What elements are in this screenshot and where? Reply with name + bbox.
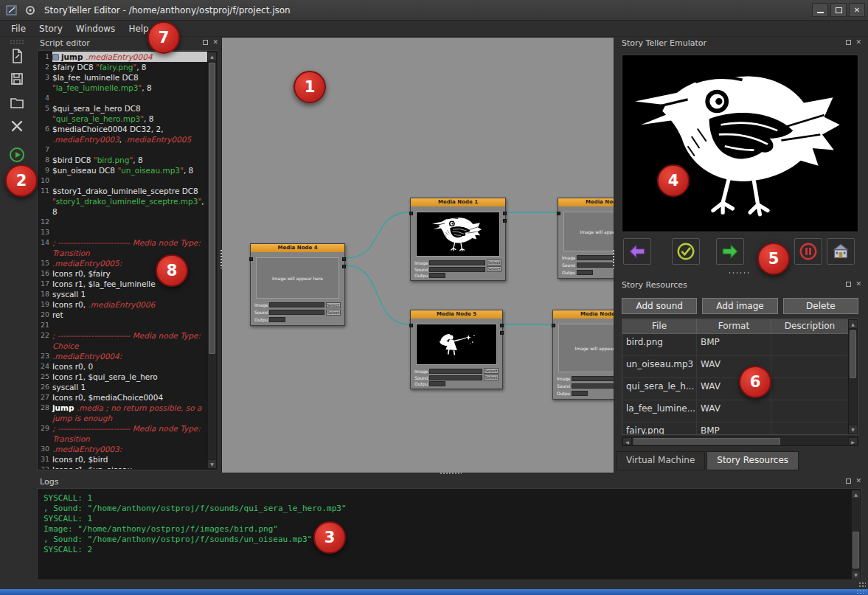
script-line[interactable]: 1jump .mediaEntry0004 [38, 52, 207, 62]
dock-close-icon[interactable]: ✕ [212, 39, 218, 46]
script-line[interactable]: 2$fairy DC8 "fairy.png", 8 [38, 62, 207, 72]
undock-icon[interactable] [846, 479, 851, 484]
cut-button[interactable] [9, 118, 25, 134]
output-port[interactable] [500, 324, 504, 327]
input-port[interactable] [249, 257, 253, 261]
output-port[interactable] [503, 219, 507, 223]
menu-file[interactable]: File [4, 22, 32, 35]
scroll-left-arrow[interactable]: ◀ [622, 437, 632, 445]
script-line[interactable]: 9$un_oiseau DC8 "un_oiseau.mp3", 8 [38, 165, 207, 175]
title-bar[interactable]: StoryTeller Editor - /home/anthony/ostpr… [0, 0, 868, 21]
scroll-up-arrow[interactable]: ▲ [849, 320, 857, 329]
dock-close-icon[interactable]: ✕ [855, 39, 861, 46]
script-line[interactable]: 6$mediaChoice0004 DC32, 2, .mediaEntry00… [38, 124, 207, 145]
script-line[interactable]: 4 [38, 93, 207, 103]
next-button[interactable] [716, 238, 744, 265]
script-line[interactable]: 5$qui_sera_le_hero DC8 "qui_sera_le_hero… [38, 103, 207, 124]
add-image-button[interactable]: Add image [702, 298, 777, 314]
script-line[interactable]: 8$bird DC8 "bird.png", 8 [38, 155, 207, 165]
scrollbar-thumb[interactable] [633, 438, 780, 445]
script-line[interactable]: 21 [38, 320, 207, 330]
node-title[interactable]: Media Node 2 [558, 198, 614, 206]
menu-windows[interactable]: Windows [69, 22, 122, 35]
table-row[interactable]: fairy.pngBMP [622, 422, 858, 434]
script-line[interactable]: 29; -------------------------- Media nod… [38, 423, 207, 444]
output-port[interactable] [500, 331, 504, 335]
splitter-handle[interactable] [440, 472, 462, 476]
minimize-button[interactable] [812, 3, 828, 17]
script-line[interactable]: 12 [38, 217, 207, 227]
home-button[interactable] [827, 238, 855, 265]
editor-scrollbar[interactable]: ▲ ▼ [207, 52, 217, 469]
output-port[interactable] [342, 257, 346, 261]
graph-node[interactable]: Media Node 1ImageSelectSoundSelectOutput [410, 198, 506, 281]
input-port[interactable] [409, 212, 413, 215]
output-port[interactable] [503, 212, 507, 215]
resize-grip[interactable] [858, 582, 866, 588]
script-line[interactable]: 23.mediaEntry0004: [38, 351, 207, 361]
script-line[interactable]: 20ret [38, 310, 207, 320]
scroll-down-arrow[interactable]: ▼ [852, 570, 860, 579]
input-port[interactable] [557, 212, 560, 215]
column-header-file[interactable]: File [622, 319, 697, 333]
scroll-down-arrow[interactable]: ▼ [849, 425, 857, 434]
maximize-button[interactable] [830, 3, 847, 17]
undock-icon[interactable] [846, 282, 851, 287]
undock-icon[interactable] [846, 40, 851, 45]
script-line[interactable]: 19Icons r0, .mediaEntry0006 [38, 299, 207, 310]
logs-scrollbar[interactable]: ▲ ▼ [851, 490, 861, 580]
node-title[interactable]: Media Node 3 [553, 310, 614, 319]
previous-button[interactable] [623, 238, 651, 265]
table-row[interactable]: la_fee_lumine...WAV [622, 400, 858, 422]
input-port[interactable] [409, 324, 413, 327]
select-image-button[interactable]: Select [326, 302, 341, 308]
add-sound-button[interactable]: Add sound [622, 298, 697, 314]
script-line[interactable]: 7 [38, 145, 207, 155]
script-line[interactable]: 22; -------------------------- Media nod… [38, 330, 207, 351]
dock-close-icon[interactable]: ✕ [855, 281, 861, 288]
close-button[interactable]: ✕ [849, 3, 865, 17]
resize-grip[interactable] [856, 590, 867, 594]
select-sound-button[interactable]: Select [487, 266, 501, 272]
script-line[interactable]: 31Icons r0, $bird [38, 454, 207, 464]
output-port[interactable] [342, 265, 346, 268]
table-scrollbar[interactable]: ▲ ▼ [848, 319, 858, 434]
column-header-description[interactable]: Description [771, 319, 848, 333]
save-button[interactable] [9, 71, 25, 87]
select-image-button[interactable]: Select [484, 368, 499, 374]
select-sound-button[interactable]: Select [484, 375, 499, 380]
column-header-format[interactable]: Format [697, 319, 771, 333]
graph-node[interactable]: Media Node 3Image will appear hereImageS… [552, 310, 614, 400]
select-image-button[interactable]: Select [487, 260, 501, 265]
validate-button[interactable] [672, 238, 700, 265]
tab-story-resources[interactable]: Story Resources [706, 451, 799, 470]
scrollbar-thumb[interactable] [853, 532, 859, 568]
node-title[interactable]: Media Node 1 [411, 198, 505, 206]
script-line[interactable]: 26syscall 1 [38, 382, 207, 392]
input-port[interactable] [552, 324, 555, 327]
script-line[interactable]: 25Icons r1, $qui_sera_le_hero [38, 372, 207, 382]
scrollbar-thumb[interactable] [850, 330, 856, 378]
script-line[interactable]: 18syscall 1 [38, 289, 207, 299]
menu-story[interactable]: Story [32, 22, 69, 35]
delete-button[interactable]: Delete [783, 298, 858, 314]
script-line[interactable]: 11$story1_drako_luminelle_sceptre DC8 "s… [38, 186, 207, 217]
select-sound-button[interactable]: Select [326, 310, 341, 316]
script-line[interactable]: 14; -------------------------- Media nod… [38, 237, 207, 258]
graph-node[interactable]: Media Node 5ImageSelectSoundSelectOutput [410, 310, 503, 389]
script-line[interactable]: 32Icons r1, $un_oiseau [38, 464, 207, 469]
dock-close-icon[interactable]: ✕ [855, 478, 861, 484]
script-line[interactable]: 28jump .media ; no return possible, so a… [38, 403, 207, 423]
run-button[interactable] [9, 147, 25, 163]
tab-virtual-machine[interactable]: Virtual Machine [616, 451, 705, 470]
undock-icon[interactable] [203, 40, 208, 45]
scroll-down-arrow[interactable]: ▼ [208, 459, 216, 468]
script-line[interactable]: 10 [38, 175, 207, 186]
scroll-up-arrow[interactable]: ▲ [208, 52, 216, 61]
node-title[interactable]: Media Node 5 [411, 310, 502, 319]
scroll-right-arrow[interactable]: ▶ [848, 437, 858, 445]
toolbar-drag-handle[interactable] [10, 40, 24, 44]
dock-splitter-handle[interactable] [728, 271, 750, 274]
splitter-handle[interactable] [612, 249, 616, 268]
script-line[interactable]: 27Icons r0, $mediaChoice0004 [38, 392, 207, 403]
